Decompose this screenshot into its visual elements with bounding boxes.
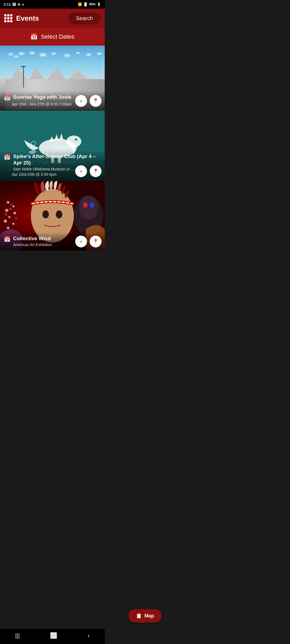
navbar-left: Events (4, 14, 39, 23)
svg-marker-6 (55, 134, 59, 140)
plus-icon-yoga: ＋ (79, 98, 84, 104)
location-icon-spikes: 📍 (93, 168, 99, 174)
svg-point-29 (5, 213, 7, 216)
event-calendar-icon-spikes: 📅 (4, 154, 10, 160)
status-left: 2:11 🖼 ⊖ ♦ (4, 2, 24, 6)
wifi-icon: 📶 (78, 2, 82, 6)
event-card-native[interactable]: Norman, OK 73069 (0, 181, 105, 251)
svg-text:SPIKE'S CLUB: SPIKE'S CLUB (51, 145, 78, 149)
signal-icon: ▐▌ (83, 2, 88, 6)
status-photo-icon: 🖼 (12, 2, 16, 6)
battery-level: 95% (89, 2, 96, 6)
event-card-yoga[interactable]: 📅 Sunrise Yoga with Josie Apr 23rd - Nov… (0, 46, 105, 110)
svg-point-20 (5, 209, 8, 212)
page-title: Events (16, 14, 39, 23)
plus-icon-native: ＋ (79, 238, 84, 245)
select-dates-label: Select Dates (41, 33, 74, 40)
svg-point-17 (90, 202, 94, 208)
event-title-spikes: Spike's After-School Club (Apr 4 – Apr 2… (13, 153, 101, 166)
event-calendar-icon-native: 📅 (4, 236, 10, 242)
plus-icon-spikes: ＋ (79, 168, 84, 174)
status-right: 📶 ▐▌ 95% 🔋 (78, 2, 101, 6)
svg-point-26 (10, 203, 12, 206)
svg-point-2 (75, 138, 77, 141)
svg-point-9 (31, 141, 36, 145)
location-button-spikes[interactable]: 📍 (90, 165, 102, 177)
svg-point-28 (15, 217, 17, 219)
svg-point-24 (12, 223, 15, 225)
svg-point-21 (13, 212, 16, 214)
svg-point-19 (12, 205, 15, 207)
svg-marker-5 (50, 136, 54, 141)
card-actions-native: ＋ 📍 (75, 236, 102, 247)
search-button[interactable]: Search (68, 13, 100, 24)
location-icon-native: 📍 (93, 239, 99, 244)
svg-point-13 (56, 210, 62, 218)
calendar-icon: 📅 (30, 33, 38, 40)
add-button-native[interactable]: ＋ (75, 236, 87, 247)
svg-point-22 (8, 216, 10, 218)
svg-marker-7 (59, 133, 63, 140)
navbar: Events Search (0, 9, 105, 28)
battery-icon: 🔋 (97, 2, 101, 6)
add-button-yoga[interactable]: ＋ (75, 95, 87, 107)
svg-point-15 (79, 196, 98, 220)
svg-point-27 (9, 208, 12, 210)
add-button-spikes[interactable]: ＋ (75, 165, 87, 177)
date-selector-bar[interactable]: 📅 Select Dates (0, 28, 105, 46)
svg-point-23 (4, 219, 7, 223)
grid-menu-icon[interactable] (4, 14, 12, 22)
status-block-icon: ⊖ (17, 2, 20, 6)
status-bar: 2:11 🖼 ⊖ ♦ 📶 ▐▌ 95% 🔋 (0, 0, 105, 9)
location-icon-yoga: 📍 (93, 98, 99, 104)
svg-point-25 (7, 226, 9, 229)
event-card-spikes[interactable]: SPIKE'S CLUB SPIKE'S AFTER SCHOOL 📅 Spik… (0, 111, 105, 180)
location-button-native[interactable]: 📍 (90, 236, 102, 247)
location-button-yoga[interactable]: 📍 (90, 95, 102, 107)
svg-point-12 (42, 210, 49, 218)
status-profile-icon: ♦ (22, 2, 24, 6)
svg-point-18 (7, 201, 9, 204)
event-calendar-icon-yoga: 📅 (4, 94, 10, 101)
card-actions-spikes: ＋ 📍 (75, 165, 102, 177)
events-list: 📅 Sunrise Yoga with Josie Apr 23rd - Nov… (0, 46, 105, 251)
status-time: 2:11 (4, 2, 11, 6)
card-actions-yoga: ＋ 📍 (75, 95, 102, 107)
svg-point-16 (83, 202, 88, 208)
